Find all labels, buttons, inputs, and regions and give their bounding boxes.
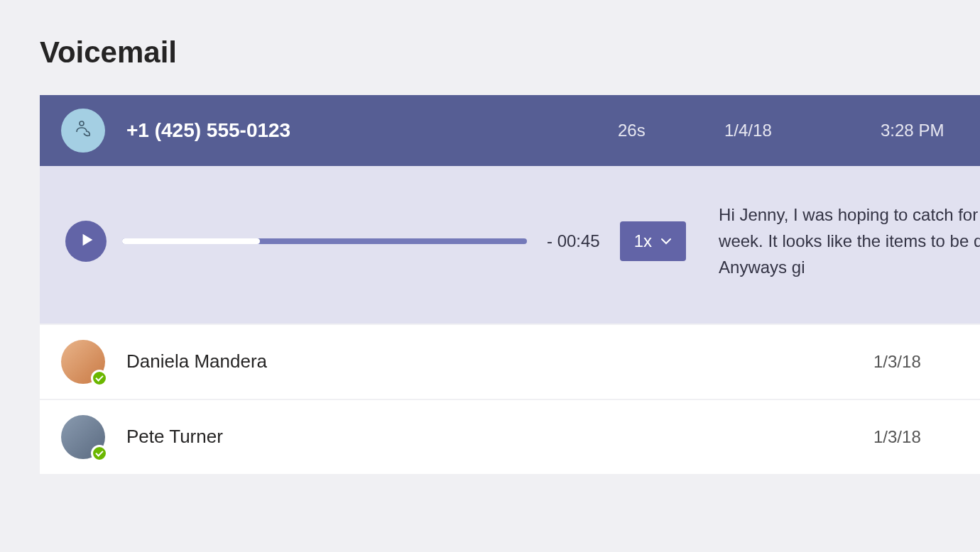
play-button[interactable] bbox=[65, 221, 107, 262]
avatar bbox=[61, 340, 105, 384]
voicemail-row-selected[interactable]: +1 (425) 555-0123 26s 1/4/18 3:28 PM bbox=[40, 95, 980, 166]
avatar bbox=[61, 415, 105, 459]
playback-speed-button[interactable]: 1x bbox=[620, 221, 686, 261]
voicemail-list: +1 (425) 555-0123 26s 1/4/18 3:28 PM - 0… bbox=[40, 95, 980, 474]
play-icon bbox=[77, 232, 95, 250]
voicemail-duration: 26s bbox=[618, 121, 724, 140]
voicemail-caller-icon bbox=[72, 118, 94, 143]
caller-number: +1 (425) 555-0123 bbox=[126, 119, 618, 142]
voicemail-date: 1/3/18 bbox=[873, 427, 959, 447]
voicemail-transcript: Hi Jenny, I was hoping to catch for next… bbox=[719, 202, 980, 281]
caller-name: Pete Turner bbox=[126, 426, 873, 448]
presence-available-icon bbox=[91, 445, 108, 462]
voicemail-row[interactable]: Pete Turner 1/3/18 bbox=[40, 399, 980, 474]
svg-point-0 bbox=[80, 121, 84, 126]
page-title: Voicemail bbox=[40, 35, 980, 70]
voicemail-date: 1/3/18 bbox=[873, 352, 959, 372]
voicemail-date: 1/4/18 bbox=[724, 121, 881, 140]
voicemail-player-panel: - 00:45 1x Hi Jenny, I was hoping to cat… bbox=[40, 166, 980, 324]
caller-name: Daniela Mandera bbox=[126, 350, 873, 372]
playback-progress-fill bbox=[122, 238, 260, 244]
voicemail-time: 3:28 PM bbox=[881, 121, 959, 140]
chevron-down-icon bbox=[660, 231, 672, 251]
caller-avatar-unknown bbox=[61, 109, 105, 153]
voicemail-row[interactable]: Daniela Mandera 1/3/18 bbox=[40, 324, 980, 399]
time-remaining: - 00:45 bbox=[547, 231, 600, 251]
playback-progress-track[interactable] bbox=[122, 238, 527, 244]
presence-available-icon bbox=[91, 370, 108, 387]
playback-speed-label: 1x bbox=[634, 231, 652, 251]
